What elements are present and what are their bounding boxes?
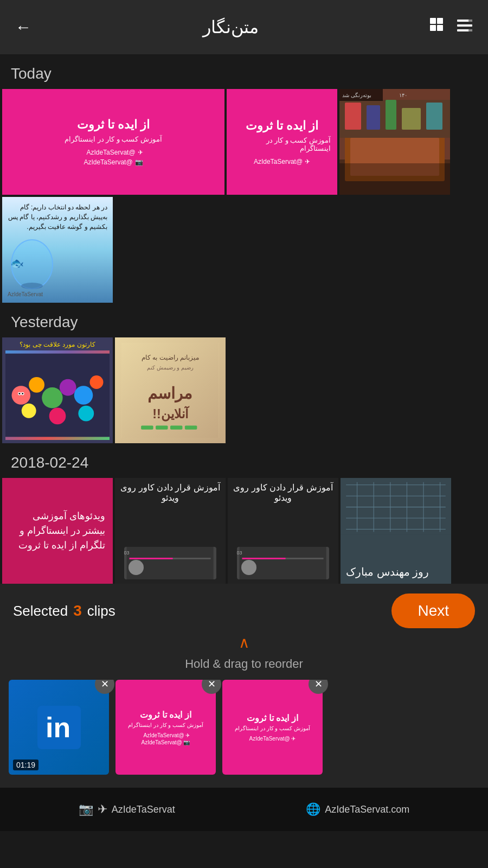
svg-rect-56 — [242, 558, 286, 559]
svg-text:میزبانم راضیت به کام: میزبانم راضیت به کام — [142, 354, 199, 361]
video-preview-1: 103 5354 1850 — [124, 547, 216, 579]
today-card-3[interactable]: بوته‌رنگی شد ۱۴۰ — [339, 89, 450, 195]
clips-row: in 01:19 ✕ از ایده تا ثروت آموزش کسب و ک… — [0, 680, 488, 788]
svg-text:🐟: 🐟 — [10, 257, 24, 270]
clip-2[interactable]: از ایده تا ثروت آموزش کسب و کار در اینست… — [115, 680, 216, 775]
svg-point-27 — [29, 377, 44, 393]
instagram-icon: 📷 — [79, 802, 93, 816]
panel-header: Selected 3 clips Next — [0, 584, 488, 634]
svg-point-32 — [22, 404, 36, 418]
today-card-4[interactable]: در هر لحظه دو انتخاب داریم: گام به‌پیش ب… — [2, 197, 113, 303]
svg-text:مراسم: مراسم — [148, 385, 193, 403]
pink-card-main: از ایده تا ثروت — [77, 118, 150, 132]
svg-point-37 — [18, 393, 20, 394]
header-actions — [429, 17, 473, 37]
magenta-text: ویدئوهای آموزشی بیشتر در اینستاگرام و تل… — [10, 509, 105, 553]
svg-rect-52 — [130, 558, 173, 559]
room-photo: بوته‌رنگی شد ۱۴۰ — [339, 89, 450, 195]
svg-point-29 — [60, 379, 76, 396]
yesterday-card-2[interactable]: میزبانم راضیت به کام رضیم و رضیمش کنم مر… — [115, 337, 226, 443]
footer-social-text: AzIdeTaServat — [112, 804, 175, 815]
pink-card-sub: آموزش کسب و کار در اینستاگرام — [65, 135, 162, 143]
svg-rect-47 — [170, 426, 182, 430]
svg-point-24 — [21, 283, 43, 289]
date-card-1[interactable]: ویدئوهای آموزشی بیشتر در اینستاگرام و تل… — [2, 478, 113, 584]
svg-text:بوته‌رنگی شد: بوته‌رنگی شد — [342, 92, 371, 99]
date-card-4[interactable]: روز مهندس مبارک — [341, 478, 451, 584]
clip-3[interactable]: از ایده تا ثروت آموزش کسب و کار در اینست… — [222, 680, 323, 775]
list-icon[interactable] — [457, 17, 473, 37]
date-card-3[interactable]: آموزش قرار دادن کاور روی ویدئو 103 5354 … — [228, 478, 338, 584]
telegram-icon: ✈ — [98, 802, 107, 816]
svg-text:رضیم و رضیمش کنم: رضیم و رضیمش کنم — [147, 365, 194, 371]
selected-label: Selected — [13, 603, 68, 620]
app-footer: 📷 ✈ AzIdeTaServat 🌐 AzIdeTaServat.com — [0, 788, 488, 831]
svg-point-33 — [49, 408, 66, 425]
video-preview-2: 103 5354 1850 — [237, 547, 329, 579]
svg-rect-16 — [386, 100, 396, 130]
app-title: متن‌نگار — [203, 17, 259, 37]
svg-text:۱۴۰: ۱۴۰ — [399, 92, 407, 98]
svg-rect-45 — [141, 426, 153, 430]
pink-card2-main: از ایده تا ثروت — [246, 119, 318, 133]
grid-icon[interactable] — [429, 17, 446, 37]
clip-1[interactable]: in 01:19 ✕ — [9, 680, 109, 775]
pink-card-social1: ✈@AzIdeTaServat — [86, 149, 143, 156]
pink-card-social2: 📷@AzIdeTaServat — [84, 158, 143, 166]
svg-point-28 — [42, 387, 62, 408]
video-text-2: آموزش قرار دادن کاور روی ویدئو — [232, 482, 334, 503]
chevron-up-icon[interactable]: ∧ — [0, 634, 488, 652]
date-card-2[interactable]: آموزش قرار دادن کاور روی ویدئو 103 5354 … — [115, 478, 226, 584]
cartoon-inner — [5, 350, 110, 440]
svg-rect-48 — [185, 426, 197, 430]
today-grid: از ایده تا ثروت آموزش کسب و کار در اینست… — [0, 89, 488, 303]
app-header: ← متن‌نگار — [0, 0, 488, 54]
yesterday-card-1[interactable]: کارتون مورد علاقت چی بود؟ — [2, 337, 113, 443]
today-card-2[interactable]: از ایده تا ثروت آموزش کسب و کار در اینست… — [227, 89, 337, 195]
today-label: Today — [0, 54, 488, 89]
svg-rect-7 — [468, 20, 472, 22]
svg-text:in: in — [46, 712, 70, 743]
svg-point-26 — [12, 386, 31, 405]
pink-card2-sub: آموزش کسب و کار در اینستاگرام — [233, 136, 331, 152]
svg-point-30 — [74, 386, 93, 405]
footer-website-text: AzIdeTaServat.com — [325, 804, 409, 815]
fishbowl-text: در هر لحظه دو انتخاب داریم: گام به‌پیش ب… — [8, 202, 107, 232]
date-label: 2018-02-24 — [0, 443, 488, 478]
drag-hint: Hold & drag to reorder — [0, 654, 488, 680]
svg-rect-17 — [402, 108, 421, 130]
next-button[interactable]: Next — [391, 593, 475, 628]
svg-rect-12 — [350, 138, 439, 176]
svg-rect-14 — [345, 103, 361, 130]
pink-card2-social: ✈@AzIdeTaServat — [254, 158, 310, 165]
cartoon-label: کارتون مورد علاقت چی بود؟ — [20, 341, 95, 348]
svg-rect-10 — [339, 159, 450, 195]
clips-label: clips — [87, 603, 115, 620]
back-button[interactable]: ← — [15, 18, 31, 36]
date-grid: ویدئوهای آموزشی بیشتر در اینستاگرام و تل… — [0, 478, 488, 584]
svg-rect-5 — [457, 24, 472, 27]
yesterday-grid: کارتون مورد علاقت چی بود؟ — [0, 337, 488, 443]
svg-text:آنلاین!!: آنلاین!! — [152, 405, 190, 422]
svg-text:103  5354  1850: 103 5354 1850 — [124, 550, 130, 556]
svg-text:103  5354  1850: 103 5354 1850 — [237, 550, 242, 556]
svg-rect-0 — [430, 18, 436, 24]
today-card-1[interactable]: از ایده تا ثروت آموزش کسب و کار در اینست… — [2, 89, 224, 195]
svg-rect-2 — [430, 25, 436, 31]
selected-count: 3 — [73, 602, 82, 620]
footer-website: 🌐 AzIdeTaServat.com — [306, 802, 409, 816]
svg-rect-1 — [437, 18, 443, 24]
svg-rect-46 — [156, 426, 168, 430]
clip-duration-1: 01:19 — [13, 760, 38, 770]
yesterday-label: Yesterday — [0, 303, 488, 337]
engineer-text: روز مهندس مبارک — [346, 565, 429, 578]
svg-rect-18 — [426, 103, 442, 130]
pink-clip-2: از ایده تا ثروت آموزش کسب و کار در اینست… — [115, 680, 216, 775]
pink-clip-3: از ایده تا ثروت آموزش کسب و کار در اینست… — [222, 680, 323, 775]
svg-point-31 — [90, 375, 104, 389]
globe-icon: 🌐 — [306, 802, 320, 816]
svg-rect-15 — [367, 105, 380, 130]
footer-social: 📷 ✈ AzIdeTaServat — [79, 802, 175, 816]
svg-rect-3 — [437, 25, 443, 31]
svg-point-34 — [78, 406, 94, 422]
